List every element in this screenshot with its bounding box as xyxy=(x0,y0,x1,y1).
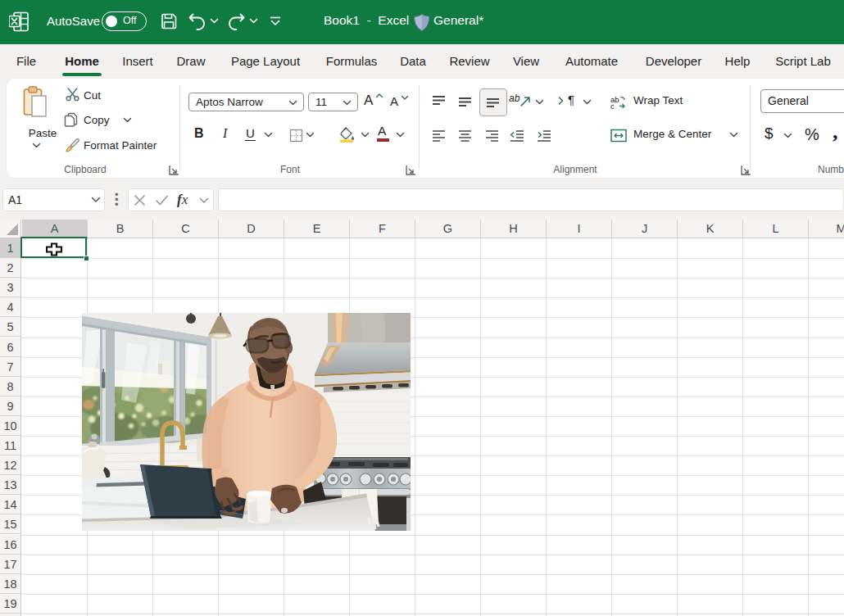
svg-text:c: c xyxy=(610,102,615,110)
